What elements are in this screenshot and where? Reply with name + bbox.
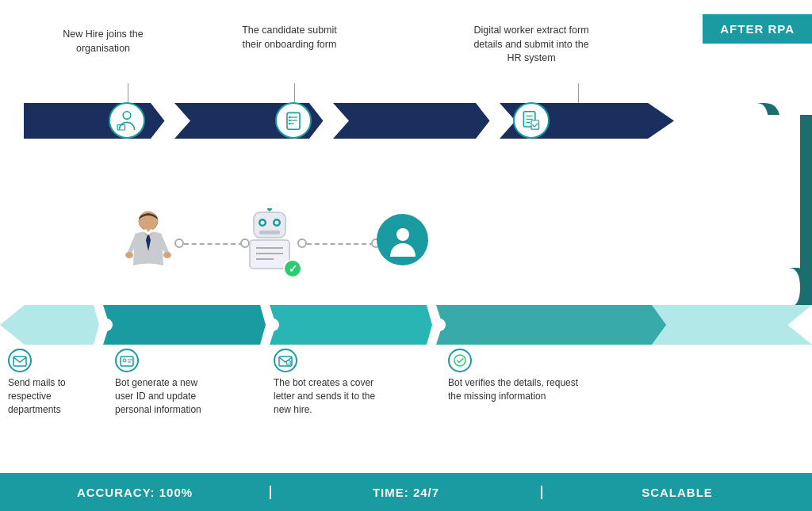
- top-label-1: New Hire joins the organisation: [56, 28, 151, 55]
- footer-accuracy: ACCURACY: 100%: [0, 486, 271, 499]
- top-circle-3: [513, 102, 550, 139]
- after-rpa-label: AFTER RPA: [720, 22, 795, 36]
- bot-figure: ✓: [242, 208, 297, 273]
- top-section: New Hire joins the organisation The cand…: [24, 24, 780, 174]
- bottom-dot-2: [266, 318, 279, 331]
- svg-point-24: [275, 221, 279, 225]
- bottom-label-2: Bot generate a new user ID and update pe…: [115, 349, 218, 416]
- svg-point-40: [454, 355, 465, 366]
- person-figure: [119, 210, 178, 280]
- svg-point-27: [267, 208, 272, 211]
- bottom-dot-3: [433, 318, 446, 331]
- id-card-icon: [115, 349, 139, 372]
- svg-point-35: [123, 359, 126, 362]
- svg-point-32: [396, 228, 409, 241]
- footer-time: TIME: 24/7: [271, 486, 542, 499]
- top-label-3: Digital worker extract form details and …: [468, 24, 595, 66]
- svg-rect-34: [121, 357, 133, 366]
- page-wrapper: AFTER RPA New Hire joins the organisatio…: [0, 0, 812, 511]
- svg-point-8: [289, 123, 290, 124]
- bottom-label-1: Send mails to respective departments: [8, 349, 87, 416]
- top-label-2: The candidate submit their onboarding fo…: [238, 24, 341, 51]
- check-icon: [448, 349, 472, 372]
- top-labels: New Hire joins the organisation The cand…: [24, 24, 780, 95]
- mail-icon-1: [8, 349, 32, 372]
- mid-dot-1: [174, 238, 184, 248]
- after-rpa-badge: AFTER RPA: [703, 14, 812, 44]
- dashed-line-2: [299, 243, 374, 245]
- bottom-dot-1: [100, 318, 113, 331]
- svg-point-7: [289, 120, 290, 121]
- top-circle-2: [275, 102, 312, 139]
- footer-bar: ACCURACY: 100% TIME: 24/7 SCALABLE: [0, 473, 812, 511]
- svg-point-23: [261, 221, 265, 225]
- svg-rect-25: [259, 231, 280, 235]
- top-circle-1: [109, 102, 145, 139]
- svg-point-0: [123, 112, 131, 120]
- bottom-label-4: Bot verifies the details, request the mi…: [448, 349, 591, 403]
- user-blue-circle: [377, 214, 428, 265]
- footer-scalable: SCALABLE: [542, 486, 812, 499]
- connector-3: [578, 83, 579, 103]
- bottom-label-3: The bot creates a cover letter and sends…: [274, 349, 385, 416]
- mid-dot-3: [297, 238, 307, 248]
- bottom-strip-wrapper: [0, 305, 812, 345]
- svg-point-18: [125, 252, 133, 258]
- mail-icon-2: [274, 349, 297, 372]
- svg-point-19: [163, 252, 171, 258]
- svg-rect-33: [13, 357, 26, 366]
- connector-1: [128, 83, 128, 103]
- middle-section: ✓: [0, 202, 812, 289]
- connector-2: [294, 83, 295, 103]
- check-badge: ✓: [283, 259, 302, 278]
- top-arrow-strip: [24, 103, 780, 139]
- bottom-arrow-teal-3: [428, 305, 666, 345]
- dashed-line-1: [176, 243, 243, 245]
- svg-point-6: [289, 116, 290, 118]
